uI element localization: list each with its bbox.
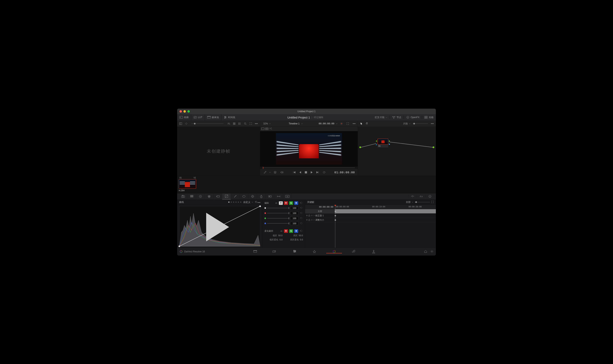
- qualifier-icon[interactable]: [231, 194, 239, 200]
- channel-y-button[interactable]: Y: [279, 201, 283, 205]
- edit-reset-icon[interactable]: [299, 202, 303, 205]
- clips-toggle[interactable]: 片段: [373, 116, 390, 119]
- gallery-toggle[interactable]: 画廊: [177, 114, 191, 121]
- layers-icon[interactable]: [273, 170, 278, 174]
- step-back-icon[interactable]: [298, 171, 302, 174]
- nodes-more-icon[interactable]: [430, 121, 435, 126]
- viewer-single-icon[interactable]: [261, 127, 265, 131]
- sidebar-toggle-icon[interactable]: [178, 121, 183, 126]
- window-icon[interactable]: [239, 194, 248, 200]
- reset-y-icon[interactable]: [300, 207, 303, 209]
- node-input-dot[interactable]: [360, 146, 361, 148]
- colormatch-icon[interactable]: [187, 194, 196, 200]
- sort-icon[interactable]: [226, 121, 231, 126]
- clip-thumbnail[interactable]: [179, 179, 196, 189]
- reset-r-icon[interactable]: [300, 212, 303, 215]
- enable-dot-icon[interactable]: [306, 215, 307, 216]
- keyframe-timeline[interactable]: 00:00:00:00 00:00:19:04 00:00:38:08: [335, 205, 436, 248]
- timeline-name-dropdown[interactable]: Timeline 1: [289, 122, 303, 125]
- play-tag-icon[interactable]: [180, 207, 261, 247]
- chevron-right-icon[interactable]: [313, 215, 315, 216]
- kf-diamond[interactable]: [334, 215, 336, 216]
- value-b[interactable]: 100: [290, 222, 299, 225]
- diamond-icon[interactable]: [311, 219, 313, 221]
- window-maximize-button[interactable]: [187, 110, 190, 113]
- hand-icon[interactable]: [364, 121, 369, 126]
- window-minimize-button[interactable]: [183, 110, 186, 113]
- 3d-icon[interactable]: 3D: [283, 194, 292, 200]
- enable-dot-icon[interactable]: [306, 219, 307, 221]
- slider-b[interactable]: [267, 221, 289, 225]
- node-output-dot[interactable]: [433, 146, 434, 148]
- page-media-button[interactable]: [245, 250, 265, 253]
- grid-view-icon[interactable]: [232, 121, 237, 126]
- slider-r[interactable]: [267, 211, 289, 215]
- audio-icon[interactable]: [279, 170, 284, 174]
- magic-wand-icon[interactable]: [269, 127, 272, 131]
- value-y[interactable]: 100: [290, 206, 299, 210]
- low-value[interactable]: 50.0: [278, 234, 282, 237]
- keyframe-mode-icon[interactable]: [408, 195, 417, 198]
- tracking-icon[interactable]: [248, 194, 257, 200]
- reset-g-icon[interactable]: [300, 217, 303, 220]
- page-deliver-button[interactable]: [364, 250, 384, 253]
- kf-diamond[interactable]: [334, 210, 336, 212]
- curves-mode-dropdown[interactable]: 自定义: [243, 201, 253, 204]
- expand-icon[interactable]: [249, 121, 253, 126]
- nodes-clips-dropdown[interactable]: 片段: [403, 122, 411, 125]
- search-icon[interactable]: [243, 121, 248, 126]
- kf-master-track[interactable]: 主控: [305, 209, 334, 214]
- color-picker-icon[interactable]: [263, 170, 267, 174]
- chevron-down-icon[interactable]: [336, 123, 337, 124]
- expand-viewer-icon[interactable]: [345, 121, 350, 126]
- slider-y[interactable]: [267, 206, 289, 210]
- zoom-dropdown[interactable]: 32%: [261, 122, 273, 125]
- diamond-icon[interactable]: [311, 215, 313, 216]
- rgb-mixer-icon[interactable]: [205, 194, 213, 200]
- keyframes-filter-dropdown[interactable]: 全部: [406, 201, 413, 204]
- stop-icon[interactable]: [304, 171, 308, 174]
- window-close-button[interactable]: [180, 110, 182, 113]
- high-value[interactable]: 50.0: [299, 234, 303, 237]
- page-fusion-button[interactable]: [305, 250, 324, 253]
- goto-start-icon[interactable]: [292, 170, 296, 174]
- channel-r-button[interactable]: R: [284, 201, 288, 205]
- timeline-toggle[interactable]: 时间线: [221, 114, 237, 121]
- pointer-icon[interactable]: [359, 121, 364, 126]
- viewer-image[interactable]: CG画质版 bilibili: [260, 131, 358, 167]
- info-icon[interactable]: [426, 195, 434, 198]
- timeline-tc[interactable]: 00:00:00:00: [319, 122, 334, 125]
- blur-icon[interactable]: [257, 194, 266, 200]
- camera-raw-icon[interactable]: [179, 194, 187, 200]
- nodes-toggle[interactable]: 节点: [390, 116, 404, 119]
- channel-b-button[interactable]: B: [294, 201, 298, 205]
- sizing-icon[interactable]: [274, 194, 283, 200]
- chevron-down-icon[interactable]: [269, 171, 271, 173]
- key-icon[interactable]: [266, 194, 274, 200]
- soft-reset-icon[interactable]: [299, 230, 303, 233]
- viewer-scrubber[interactable]: [260, 167, 358, 169]
- loop-icon[interactable]: [322, 170, 326, 174]
- chevron-right-icon[interactable]: [313, 219, 315, 221]
- link-icon[interactable]: [275, 202, 278, 205]
- lock-icon[interactable]: [308, 219, 310, 221]
- page-cut-button[interactable]: [265, 250, 285, 253]
- page-color-button[interactable]: [324, 250, 344, 253]
- kf-diamond[interactable]: [334, 219, 336, 221]
- mediapool-toggle[interactable]: 媒体池: [205, 114, 221, 121]
- viewer-more-icon[interactable]: [352, 121, 356, 126]
- value-r[interactable]: 100: [290, 211, 299, 215]
- still-grab-icon[interactable]: [184, 121, 189, 126]
- lut-toggle[interactable]: LUT: [191, 114, 205, 121]
- kf-resize-track[interactable]: 调整大小: [305, 218, 334, 222]
- kf-corrector-track[interactable]: 校正器 1: [305, 214, 334, 218]
- kf-expand-icon[interactable]: [431, 201, 434, 204]
- soft-r-button[interactable]: R: [284, 229, 288, 233]
- bypass-icon[interactable]: [339, 121, 344, 126]
- lightbox-toggle[interactable]: 光箱: [422, 116, 436, 119]
- link-icon[interactable]: [280, 230, 283, 233]
- play-icon[interactable]: [310, 171, 313, 174]
- wheels-icon[interactable]: [196, 194, 205, 200]
- motion-icon[interactable]: [213, 194, 222, 200]
- lock-icon[interactable]: [308, 215, 310, 217]
